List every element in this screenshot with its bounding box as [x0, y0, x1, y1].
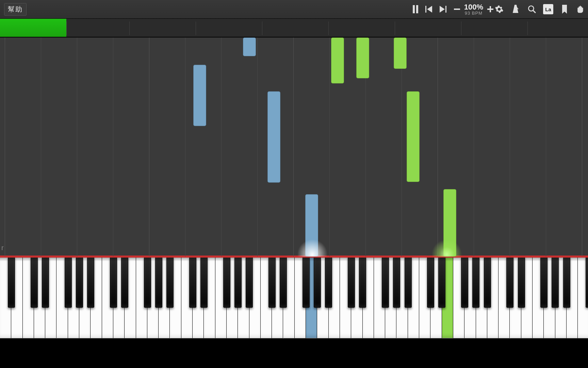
right-tools: La [494, 4, 586, 14]
black-key[interactable] [166, 257, 174, 308]
zoom-button[interactable] [527, 4, 537, 14]
black-key[interactable] [382, 257, 389, 308]
keyboard-top-stripe [0, 257, 588, 258]
black-key[interactable] [506, 257, 513, 308]
falling-note [356, 37, 369, 78]
next-button[interactable] [438, 5, 447, 14]
black-key[interactable] [65, 257, 72, 308]
chord-hint-label: r [1, 244, 4, 252]
settings-button[interactable] [494, 4, 504, 14]
black-key[interactable] [121, 257, 128, 308]
black-key[interactable] [189, 257, 196, 308]
bookmark-button[interactable] [559, 4, 570, 14]
hand-button[interactable] [576, 4, 586, 14]
black-key[interactable] [348, 257, 355, 308]
svg-rect-0 [413, 5, 415, 13]
black-key[interactable] [563, 257, 570, 308]
black-key[interactable] [303, 257, 310, 308]
black-key[interactable] [280, 257, 287, 308]
toolbar: 幫助 100% 93 BPM [0, 0, 588, 19]
svg-point-10 [528, 6, 534, 11]
falling-note [305, 194, 318, 257]
piano-keyboard[interactable] [0, 257, 588, 338]
black-key[interactable] [484, 257, 491, 308]
black-key[interactable] [438, 257, 445, 308]
black-key[interactable] [246, 257, 253, 308]
falling-note [267, 91, 280, 183]
black-key[interactable] [359, 257, 366, 308]
black-key[interactable] [325, 257, 332, 308]
bottom-bar [0, 338, 588, 368]
keyboard-gloss [0, 257, 588, 261]
black-key[interactable] [110, 257, 117, 308]
progress-bar[interactable] [0, 19, 588, 37]
speed-plus-button[interactable] [487, 5, 494, 13]
progress-fill [0, 19, 66, 37]
svg-marker-4 [440, 6, 445, 13]
black-key[interactable] [314, 257, 321, 308]
black-key[interactable] [586, 257, 588, 308]
bpm-label: 93 BPM [465, 11, 483, 15]
falling-note [243, 37, 256, 56]
speed-readout: 100% 93 BPM [464, 3, 483, 15]
svg-rect-8 [490, 6, 491, 12]
previous-button[interactable] [425, 5, 434, 14]
svg-line-11 [533, 10, 536, 13]
note-fall-area: r [0, 37, 588, 257]
progress-ticks [0, 19, 588, 37]
svg-rect-2 [425, 6, 426, 13]
black-key[interactable] [234, 257, 242, 308]
falling-note [407, 91, 420, 182]
black-key[interactable] [76, 257, 83, 308]
black-key[interactable] [552, 257, 559, 308]
black-key[interactable] [31, 257, 38, 308]
svg-rect-5 [445, 6, 446, 13]
falling-note [394, 37, 407, 69]
speed-percent: 100% [464, 3, 483, 11]
black-key[interactable] [461, 257, 468, 308]
black-key[interactable] [87, 257, 94, 308]
svg-marker-3 [427, 6, 432, 13]
note-name-toggle[interactable]: La [543, 4, 553, 14]
black-key[interactable] [8, 257, 15, 308]
black-key[interactable] [144, 257, 151, 308]
help-button[interactable]: 幫助 [4, 3, 27, 16]
black-key[interactable] [42, 257, 49, 308]
pause-button[interactable] [411, 5, 420, 14]
svg-rect-1 [416, 5, 418, 13]
falling-note [443, 189, 456, 257]
black-key[interactable] [393, 257, 400, 308]
black-key[interactable] [540, 257, 548, 308]
black-key[interactable] [427, 257, 434, 308]
black-key[interactable] [518, 257, 525, 308]
black-key[interactable] [223, 257, 230, 308]
speed-minus-button[interactable] [453, 5, 461, 13]
black-key[interactable] [155, 257, 162, 308]
black-key[interactable] [472, 257, 479, 308]
transport-controls [411, 5, 447, 14]
speed-control: 100% 93 BPM [453, 3, 494, 15]
metronome-button[interactable] [510, 4, 521, 14]
svg-rect-6 [454, 9, 460, 10]
black-key[interactable] [405, 257, 412, 308]
falling-note [193, 65, 206, 126]
black-key[interactable] [268, 257, 276, 308]
falling-note [331, 37, 344, 83]
black-key[interactable] [200, 257, 208, 308]
